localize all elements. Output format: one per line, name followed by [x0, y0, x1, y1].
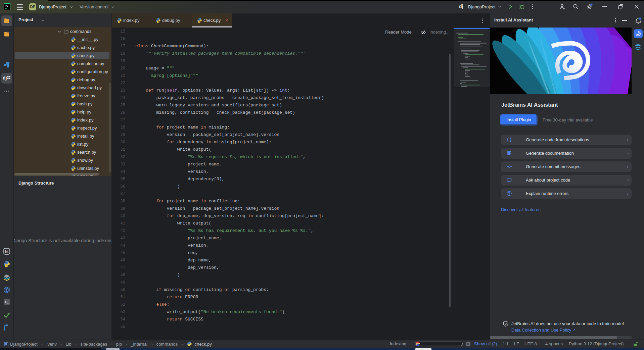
- svg-text:PC: PC: [5, 4, 8, 7]
